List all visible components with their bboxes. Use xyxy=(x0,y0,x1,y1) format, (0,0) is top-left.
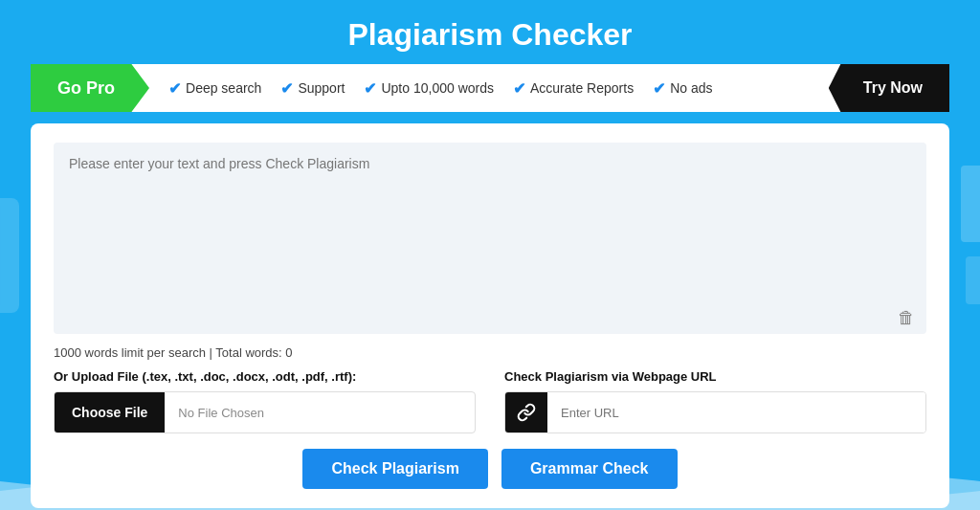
url-check-section: Check Plagiarism via Webpage URL xyxy=(504,369,926,433)
check-plagiarism-button[interactable]: Check Plagiarism xyxy=(302,449,487,489)
feature-reports: ✔ Accurate Reports xyxy=(513,79,634,98)
file-input-row: Choose File No File Chosen xyxy=(54,391,476,433)
main-card: 🗑 1000 words limit per search | Total wo… xyxy=(31,123,949,508)
url-check-label: Check Plagiarism via Webpage URL xyxy=(504,369,926,384)
upload-section: Or Upload File (.tex, .txt, .doc, .docx,… xyxy=(54,369,926,433)
go-pro-button[interactable]: Go Pro xyxy=(31,64,149,112)
check-icon-deep-search: ✔ xyxy=(168,79,181,98)
upload-file-section: Or Upload File (.tex, .txt, .doc, .docx,… xyxy=(54,369,476,433)
pro-features-list: ✔ Deep search ✔ Support ✔ Upto 10,000 wo… xyxy=(149,79,829,98)
feature-no-ads: ✔ No ads xyxy=(653,79,712,98)
page-title: Plagiarism Checker xyxy=(0,0,980,64)
left-decoration xyxy=(0,198,19,313)
url-input-row xyxy=(504,391,926,433)
link-icon xyxy=(517,403,536,422)
upload-file-label: Or Upload File (.tex, .txt, .doc, .docx,… xyxy=(54,369,476,384)
choose-file-button[interactable]: Choose File xyxy=(55,392,165,432)
right-decoration-1 xyxy=(961,166,980,242)
check-icon-reports: ✔ xyxy=(513,79,525,98)
pro-banner: Go Pro ✔ Deep search ✔ Support ✔ Upto 10… xyxy=(31,64,949,112)
feature-words: ✔ Upto 10,000 words xyxy=(364,79,494,98)
word-limit-text: 1000 words limit per search | Total word… xyxy=(54,345,926,360)
check-icon-words: ✔ xyxy=(364,79,376,98)
text-input[interactable] xyxy=(54,143,926,334)
feature-support: ✔ Support xyxy=(280,79,345,98)
try-now-button[interactable]: Try Now xyxy=(829,64,949,112)
check-icon-support: ✔ xyxy=(280,79,293,98)
check-icon-no-ads: ✔ xyxy=(653,79,665,98)
feature-deep-search: ✔ Deep search xyxy=(168,79,261,98)
url-input[interactable] xyxy=(547,392,925,432)
textarea-wrapper: 🗑 xyxy=(54,143,926,338)
delete-icon[interactable]: 🗑 xyxy=(898,308,915,328)
url-icon-button[interactable] xyxy=(505,392,547,432)
file-name-display: No File Chosen xyxy=(165,406,475,420)
action-buttons: Check Plagiarism Grammar Check xyxy=(54,449,926,489)
grammar-check-button[interactable]: Grammar Check xyxy=(501,449,678,489)
right-decoration-2 xyxy=(966,256,980,304)
